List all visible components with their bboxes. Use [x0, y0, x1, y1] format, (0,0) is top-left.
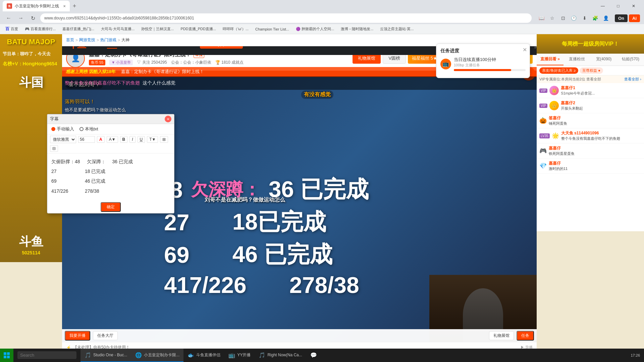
tab-diamond[interactable]: 钻姫(570): [617, 54, 644, 65]
start-btn[interactable]: [0, 349, 13, 362]
url-text: www.douyu.com/6925114&dyshid=1155f2c-a6d…: [44, 16, 194, 20]
taskbar-browser[interactable]: 🌐 小丑皇定制办卡限...: [131, 349, 183, 362]
bookmark-7[interactable]: Champion Tier List...: [253, 26, 292, 32]
forward-btn[interactable]: →: [16, 13, 25, 23]
bookmark-2[interactable]: 嘉嘉仔直播_热门j...: [60, 26, 97, 32]
bookmark-3[interactable]: 大司马·大司马直播...: [98, 26, 137, 32]
tab-fans[interactable]: 直播粉丝: [564, 54, 590, 65]
bookmark-9[interactable]: 激博－随时随地发...: [338, 26, 376, 32]
font-color-btn[interactable]: A: [97, 136, 105, 143]
radio-file[interactable]: 本地txt: [79, 126, 98, 132]
bookmark-10[interactable]: 云顶之弈主题站·英...: [377, 26, 416, 32]
radio-manual[interactable]: 手动输入: [51, 126, 74, 132]
address-bar: ← → ↻ www.douyu.com/6925114&dyshid=1155f…: [0, 12, 644, 24]
back-btn[interactable]: ←: [4, 13, 13, 23]
task-btn[interactable]: 任务: [517, 331, 534, 341]
taskbar-rightnow[interactable]: 🎵 Right Now(Na Ca...: [255, 349, 306, 362]
chat-overlay-2: 他不是要减肥吗？做做运动怎么: [65, 107, 346, 113]
minimize-btn[interactable]: —: [595, 1, 610, 11]
bookmarks-bar: 百 百度 🎮 百看直播排行... 嘉嘉仔直播_热门j... 大司马·大司马直播.…: [0, 24, 644, 34]
svg-rect-1: [7, 352, 10, 355]
history-btn[interactable]: 🕐: [569, 13, 579, 23]
bookmark-label: PDD直播_PDD直播...: [180, 26, 216, 32]
tab-close-btn[interactable]: ✕: [63, 4, 66, 8]
douyu-label: 斗鱼直播伴侣: [196, 352, 220, 358]
windows-icon: [3, 352, 10, 359]
chat-user-4: 嘉嘉仔: [549, 161, 641, 166]
italic-btn[interactable]: I: [129, 136, 135, 143]
wp-title-bar: 字幕 ✕: [47, 114, 174, 124]
vip-info-1: 嘉嘉仔1 S1mple今年必拿冠...: [561, 85, 641, 96]
font-size-input[interactable]: [78, 136, 95, 143]
gift-tag-friends[interactable]: 亲友/鱼好友已入库 ≥: [539, 67, 578, 74]
vip-level-2: VIP: [539, 104, 547, 108]
taskbar-search[interactable]: [17, 351, 76, 359]
download-btn[interactable]: ⬇: [580, 13, 589, 23]
taskbar: 🎵 Studio One - Buc... 🌐 小丑皇定制办卡限... 🐟 斗鱼…: [0, 349, 644, 362]
bookmark-baidu[interactable]: 百 百度: [3, 25, 21, 33]
font-select[interactable]: 微软雅黑: [50, 136, 76, 143]
schedule-text: 节目单：聊咋了，今天去: [3, 51, 51, 57]
task-hall-btn[interactable]: 任务大厅: [93, 331, 118, 340]
vip-name-1: 嘉嘉仔1: [561, 85, 641, 91]
bookmark-5[interactable]: PDD直播_PDD直播...: [178, 26, 219, 32]
tab-wide[interactable]: 宽(4090): [590, 54, 617, 65]
browser-tab-active[interactable]: 鱼 小丑皇定制办卡限时上线 ✕: [3, 1, 70, 11]
view-all-btn[interactable]: 查看全部 ›: [624, 77, 641, 82]
bookmark-1[interactable]: 🎮 百看直播排行...: [22, 26, 58, 32]
taskbar-wechat[interactable]: 💬: [306, 349, 321, 362]
task-item-1: 📺 当日连续直播100分钟 100bp 主播任务: [440, 57, 526, 71]
insert-btn[interactable]: ⊞: [160, 136, 168, 143]
gift-tag-vip[interactable]: 至尊权益 ●: [580, 67, 603, 74]
fav-btn[interactable]: ☆: [548, 13, 557, 23]
wp-close-btn[interactable]: ✕: [165, 116, 171, 122]
bookmark-4[interactable]: 孙悦空｜兰林汉直...: [139, 26, 176, 32]
font-bg-btn[interactable]: A▼: [107, 136, 118, 143]
bc-current: 大神: [121, 37, 129, 43]
bookmark-6[interactable]: 咩咩咩（'ω'）...: [220, 26, 251, 32]
ai-badge: Ai: [629, 14, 640, 22]
tab-live-replay[interactable]: 直播回看 »: [537, 54, 564, 65]
bc-games[interactable]: 网游竞技: [79, 37, 95, 43]
bookmark-8[interactable]: 🟣 肿脓霸的个人空间...: [293, 26, 337, 32]
profile-btn[interactable]: 👤: [601, 13, 611, 23]
deco-bottom-logo: 斗鱼 5025114: [19, 234, 43, 255]
douyu-icon: 🐟: [187, 352, 194, 358]
text-style-btn[interactable]: T▼: [147, 136, 158, 143]
chat-icon-2: 🌟: [552, 132, 559, 139]
search-taskbar[interactable]: [13, 349, 80, 362]
maximize-btn[interactable]: □: [610, 1, 626, 11]
chat-info-2: 大天鱼 s1144901096 整个斗鱼没有我嘉嘉仔吃不下的鱼翅: [561, 130, 641, 141]
ext-btn[interactable]: 🧩: [591, 13, 600, 23]
taskbar-studio-one[interactable]: 🎵 Studio One - Buc...: [80, 349, 131, 362]
underline-btn[interactable]: U: [138, 136, 145, 143]
bc-home[interactable]: 首页: [66, 37, 74, 43]
stream-interaction-bar: 我要开播 任务大厅 礼物展馆 任务: [62, 329, 537, 342]
wp-toolbar: 微软雅黑 A A▼ B I U T▼ ⊞ ⊟: [47, 134, 174, 154]
taskbar-yy[interactable]: 📺 YY开播: [224, 349, 255, 362]
gift-hall-btn[interactable]: 礼物展馆: [489, 331, 514, 340]
close-btn[interactable]: ✕: [626, 1, 641, 11]
collection-btn[interactable]: ⊡: [558, 13, 568, 23]
wechat-icon: 💬: [310, 352, 317, 358]
cell-4-1: 417/226: [51, 187, 78, 195]
chat-icon-1: 🎃: [539, 117, 547, 124]
remove-btn[interactable]: ⊟: [50, 145, 58, 152]
wp-content[interactable]: 欠俯卧撑：48 欠深蹲： 36 已完成 27 18 已完成 69 46 已完成 …: [47, 154, 174, 201]
open-live-btn[interactable]: 我要开播: [65, 331, 90, 341]
reader-btn[interactable]: 📖: [537, 13, 546, 23]
url-bar[interactable]: www.douyu.com/6925114&dyshid=1155f2c-a6d…: [40, 13, 532, 23]
taskbar-douyu[interactable]: 🐟 斗鱼直播伴侣: [183, 349, 224, 362]
wp-submit-btn[interactable]: 确定: [101, 202, 121, 212]
bold-btn[interactable]: B: [120, 136, 128, 143]
rightnow-label: Right Now(Na Ca...: [267, 353, 302, 357]
refresh-btn[interactable]: ↻: [28, 13, 38, 23]
bc-hot[interactable]: 热门游戏: [100, 37, 116, 43]
vip-level-1: VIP: [539, 88, 547, 93]
deco-schedule: 节目单：聊咋了，今天去: [3, 51, 51, 57]
new-tab-btn[interactable]: +: [70, 1, 79, 11]
task-popup: 任务进度 ✕ 📺 当日连续直播100分钟 100bp 主播任务: [436, 44, 530, 78]
tab-favicon: 鱼: [7, 3, 12, 9]
browser-icon: 🌐: [135, 352, 142, 358]
task-close-btn[interactable]: ✕: [523, 47, 527, 53]
